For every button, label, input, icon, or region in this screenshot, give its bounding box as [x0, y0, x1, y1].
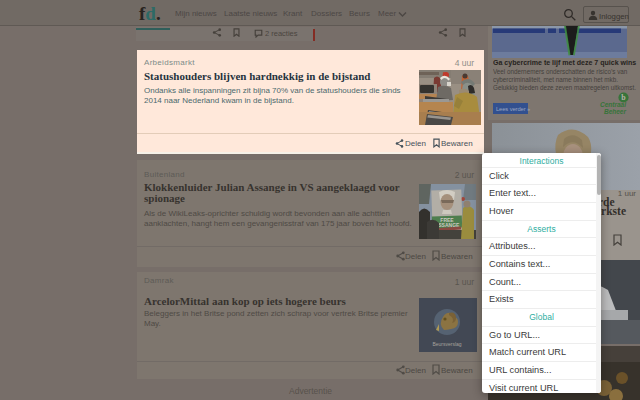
svg-text:Beursverslag: Beursverslag	[432, 341, 461, 347]
